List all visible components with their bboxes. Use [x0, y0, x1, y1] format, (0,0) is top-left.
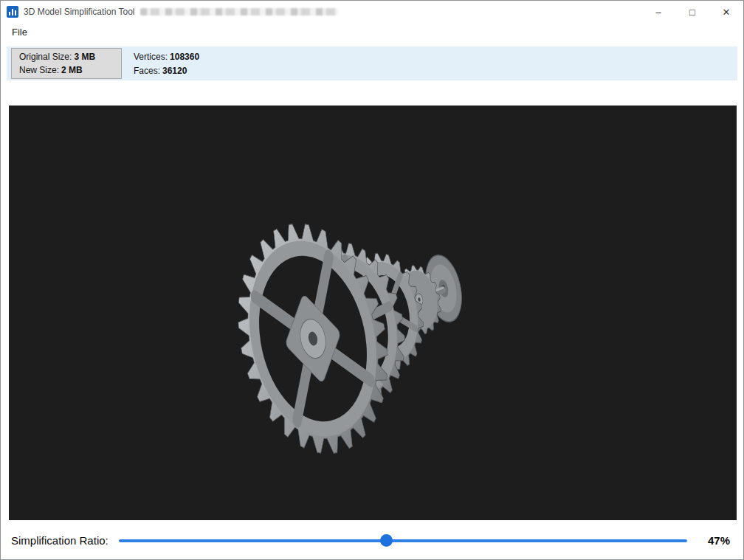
- mesh-stats: Vertices:108360 Faces:36120: [134, 52, 199, 76]
- vertices-value: 108360: [170, 52, 199, 62]
- original-size-row: Original Size:3 MB: [19, 52, 114, 62]
- window-title: 3D Model Simplification Tool: [24, 7, 135, 17]
- new-size-value: 2 MB: [61, 65, 83, 75]
- menu-item-file[interactable]: File: [7, 25, 32, 39]
- original-size-label: Original Size:: [19, 52, 72, 62]
- minimize-button[interactable]: –: [641, 1, 675, 23]
- vertices-row: Vertices:108360: [134, 52, 199, 62]
- new-size-label: New Size:: [19, 65, 59, 75]
- faces-value: 36120: [162, 66, 187, 76]
- title-bar: 3D Model Simplification Tool – □ ✕: [1, 1, 743, 23]
- vertices-label: Vertices:: [134, 52, 168, 62]
- size-summary-box: Original Size:3 MB New Size:2 MB: [11, 48, 122, 79]
- app-icon: [7, 6, 18, 18]
- model-viewport[interactable]: [9, 106, 737, 520]
- simplification-control-bar: Simplification Ratio: 47%: [1, 520, 743, 560]
- faces-label: Faces:: [134, 66, 160, 76]
- close-button[interactable]: ✕: [709, 1, 743, 23]
- faces-row: Faces:36120: [134, 66, 199, 76]
- info-panel: Original Size:3 MB New Size:2 MB Vertice…: [7, 46, 737, 80]
- menu-bar: File: [1, 23, 743, 41]
- simplification-ratio-label: Simplification Ratio:: [11, 534, 108, 547]
- new-size-row: New Size:2 MB: [19, 65, 114, 75]
- original-size-value: 3 MB: [74, 52, 95, 62]
- window-controls: – □ ✕: [641, 1, 743, 23]
- window-title-redacted-path: [140, 8, 338, 15]
- gear-model: [9, 106, 737, 520]
- simplification-ratio-slider[interactable]: [119, 534, 687, 547]
- app-window: { "window": { "title": "3D Model Simplif…: [0, 0, 744, 560]
- maximize-button[interactable]: □: [675, 1, 709, 23]
- simplification-ratio-value: 47%: [699, 534, 730, 547]
